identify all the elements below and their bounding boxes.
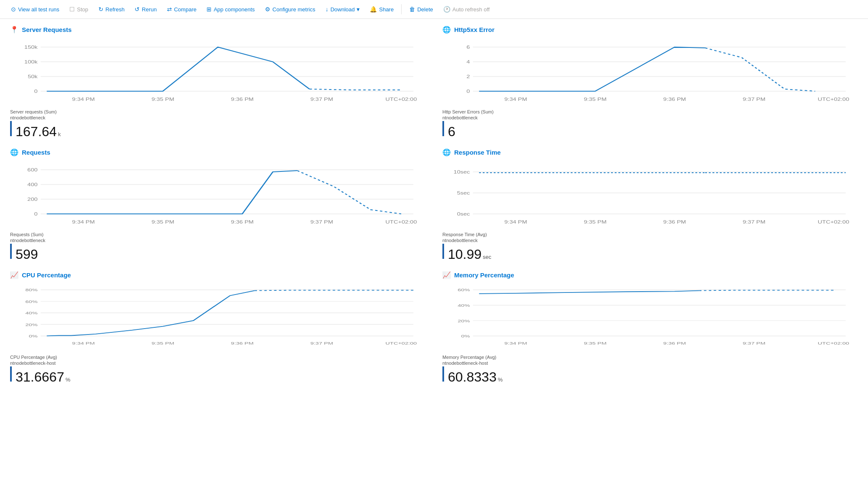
main-content: 📍 Server Requests 150k 100k 50k 0 9:34 P…: [0, 19, 868, 390]
compare-icon: ⇄: [167, 6, 172, 13]
requests-panel: 🌐 Requests 600 400 200 0 9:34 PM 9:35 PM…: [10, 148, 426, 261]
rerun-button[interactable]: ↺ Rerun: [130, 3, 161, 15]
server-requests-icon: 📍: [10, 26, 19, 34]
svg-text:0%: 0%: [29, 334, 37, 339]
server-requests-title: 📍 Server Requests: [10, 26, 426, 34]
svg-text:40%: 40%: [458, 303, 470, 308]
svg-text:9:36 PM: 9:36 PM: [663, 220, 686, 224]
http5xx-error-panel: 🌐 Http5xx Error 6 4 2 0 9:34 PM 9:35 PM …: [442, 26, 858, 138]
svg-text:UTC+02:00: UTC+02:00: [818, 341, 849, 346]
share-button[interactable]: 🔔 Share: [365, 3, 398, 15]
svg-text:9:35 PM: 9:35 PM: [151, 341, 174, 346]
http5xx-legend: Http Server Errors (Sum) ntnodebottlenec…: [442, 109, 858, 138]
toolbar: ⊙ View all test runs ☐ Stop ↻ Refresh ↺ …: [0, 0, 868, 19]
response-time-panel: 🌐 Response Time 10sec 5sec 0sec 9:34 PM …: [442, 148, 858, 261]
requests-legend: Requests (Sum) ntnodebottleneck 599: [10, 232, 426, 261]
http5xx-icon: 🌐: [442, 26, 451, 34]
svg-text:40%: 40%: [25, 311, 37, 316]
svg-text:9:37 PM: 9:37 PM: [310, 341, 333, 346]
svg-text:400: 400: [27, 182, 37, 187]
svg-text:0: 0: [466, 89, 470, 94]
response-time-title: 🌐 Response Time: [442, 148, 858, 156]
svg-text:9:35 PM: 9:35 PM: [151, 97, 174, 102]
svg-text:0%: 0%: [461, 334, 470, 339]
svg-text:9:35 PM: 9:35 PM: [151, 220, 174, 224]
stop-button[interactable]: ☐ Stop: [65, 3, 93, 15]
legend-color-bar-6: [442, 366, 444, 382]
svg-text:9:36 PM: 9:36 PM: [663, 341, 686, 346]
cpu-chart: 80% 60% 40% 20% 0% 9:34 PM 9:35 PM 9:36 …: [10, 284, 426, 351]
svg-text:9:36 PM: 9:36 PM: [231, 220, 254, 224]
svg-text:9:34 PM: 9:34 PM: [504, 97, 527, 102]
svg-text:5sec: 5sec: [457, 191, 470, 195]
gear-icon: ⚙: [265, 6, 270, 13]
svg-text:100k: 100k: [24, 60, 38, 64]
response-time-icon: 🌐: [442, 148, 451, 156]
memory-percentage-title: 📈 Memory Percentage: [442, 271, 858, 279]
svg-text:9:34 PM: 9:34 PM: [72, 220, 95, 224]
svg-text:150k: 150k: [24, 45, 38, 50]
view-all-test-runs-button[interactable]: ⊙ View all test runs: [7, 3, 64, 15]
app-components-button[interactable]: ⊞ App components: [202, 3, 259, 15]
svg-text:60%: 60%: [25, 300, 37, 304]
configure-metrics-button[interactable]: ⚙ Configure metrics: [261, 3, 320, 15]
svg-text:9:37 PM: 9:37 PM: [743, 341, 765, 346]
cpu-percentage-title: 📈 CPU Percentage: [10, 271, 426, 279]
compare-button[interactable]: ⇄ Compare: [163, 3, 201, 15]
trash-icon: 🗑: [409, 6, 415, 13]
svg-text:9:37 PM: 9:37 PM: [310, 220, 333, 224]
delete-button[interactable]: 🗑 Delete: [405, 3, 437, 15]
svg-text:20%: 20%: [25, 322, 37, 327]
svg-text:2: 2: [466, 74, 470, 79]
app-components-icon: ⊞: [206, 6, 212, 13]
view-all-icon: ⊙: [11, 6, 16, 13]
refresh-button[interactable]: ↻ Refresh: [94, 3, 129, 15]
svg-text:9:35 PM: 9:35 PM: [584, 97, 606, 102]
http5xx-chart: 6 4 2 0 9:34 PM 9:35 PM 9:36 PM 9:37 PM …: [442, 39, 858, 106]
svg-text:9:35 PM: 9:35 PM: [584, 220, 606, 224]
svg-text:9:34 PM: 9:34 PM: [504, 341, 527, 346]
cpu-icon: 📈: [10, 271, 19, 279]
svg-text:600: 600: [27, 168, 37, 172]
svg-text:9:34 PM: 9:34 PM: [504, 220, 527, 224]
svg-text:9:37 PM: 9:37 PM: [743, 97, 765, 102]
memory-icon: 📈: [442, 271, 451, 279]
rerun-icon: ↺: [135, 6, 140, 13]
svg-text:9:34 PM: 9:34 PM: [72, 97, 95, 102]
share-icon: 🔔: [370, 6, 377, 13]
svg-text:9:36 PM: 9:36 PM: [231, 341, 254, 346]
separator-1: [401, 4, 402, 14]
requests-chart: 600 400 200 0 9:34 PM 9:35 PM 9:36 PM 9:…: [10, 161, 426, 229]
svg-text:6: 6: [466, 45, 470, 50]
clock-icon: 🕐: [443, 6, 450, 13]
memory-legend: Memory Percentage (Avg) ntnodebottleneck…: [442, 355, 858, 384]
legend-color-bar-3: [10, 244, 12, 259]
svg-text:0: 0: [34, 212, 37, 216]
cpu-percentage-panel: 📈 CPU Percentage 80% 60% 40% 20% 0% 9:34…: [10, 271, 426, 384]
svg-text:0: 0: [34, 89, 37, 94]
requests-title: 🌐 Requests: [10, 148, 426, 156]
server-requests-legend: Server requests (Sum) ntnodebottleneck 1…: [10, 109, 426, 138]
server-requests-panel: 📍 Server Requests 150k 100k 50k 0 9:34 P…: [10, 26, 426, 138]
download-button[interactable]: ↓ Download ▾: [321, 3, 364, 15]
auto-refresh-button[interactable]: 🕐 Auto refresh off: [439, 3, 494, 15]
svg-text:4: 4: [466, 60, 470, 64]
charts-grid: 📍 Server Requests 150k 100k 50k 0 9:34 P…: [10, 26, 858, 384]
svg-text:UTC+02:00: UTC+02:00: [386, 220, 417, 224]
legend-color-bar-4: [442, 244, 444, 259]
svg-text:UTC+02:00: UTC+02:00: [386, 97, 417, 102]
requests-icon: 🌐: [10, 148, 19, 156]
svg-text:50k: 50k: [28, 74, 38, 79]
cpu-legend: CPU Percentage (Avg) ntnodebottleneck-ho…: [10, 355, 426, 384]
refresh-icon: ↻: [98, 6, 103, 13]
svg-text:9:35 PM: 9:35 PM: [584, 341, 606, 346]
memory-chart: 60% 40% 20% 0% 9:34 PM 9:35 PM 9:36 PM 9…: [442, 284, 858, 351]
legend-color-bar-5: [10, 366, 12, 382]
legend-color-bar-2: [442, 121, 444, 136]
svg-text:9:34 PM: 9:34 PM: [72, 341, 95, 346]
response-time-legend: Response Time (Avg) ntnodebottleneck 10.…: [442, 232, 858, 261]
svg-text:200: 200: [27, 197, 37, 202]
legend-color-bar: [10, 121, 12, 136]
memory-percentage-panel: 📈 Memory Percentage 60% 40% 20% 0% 9:34 …: [442, 271, 858, 384]
stop-icon: ☐: [69, 6, 75, 13]
